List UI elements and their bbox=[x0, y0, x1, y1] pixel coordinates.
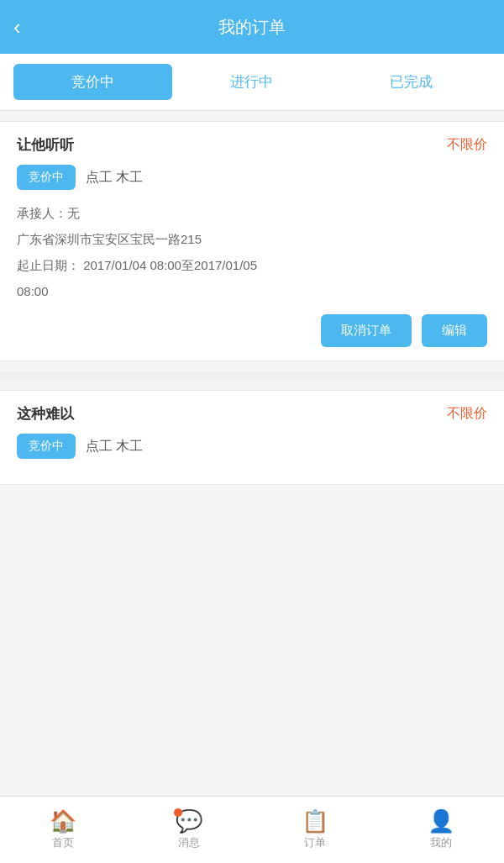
nav-item-profile[interactable]: 👤 我的 bbox=[378, 803, 504, 857]
status-badge-2: 竞价中 bbox=[17, 434, 76, 459]
tab-completed[interactable]: 已完成 bbox=[332, 64, 491, 100]
bottom-nav: 🏠 首页 💬 消息 📋 订单 👤 我的 bbox=[0, 796, 504, 863]
order-date-1: 起止日期： 2017/01/04 08:00至2017/01/05 bbox=[17, 254, 487, 276]
section-divider bbox=[0, 371, 504, 380]
tabs-container: 竞价中 进行中 已完成 bbox=[0, 54, 504, 111]
order-price-1: 不限价 bbox=[447, 136, 487, 154]
nav-label-home: 首页 bbox=[52, 835, 74, 850]
order-card-1: 让他听听 不限价 竞价中 点工 木工 承接人：无 广东省深圳市宝安区宝民一路21… bbox=[0, 121, 504, 361]
nav-item-home[interactable]: 🏠 首页 bbox=[0, 803, 126, 857]
header: ‹ 我的订单 bbox=[0, 0, 504, 54]
order-header-1: 让他听听 不限价 bbox=[17, 135, 487, 155]
nav-label-profile: 我的 bbox=[430, 835, 452, 850]
order-price-2: 不限价 bbox=[447, 405, 487, 423]
order-card-2: 这种难以 不限价 竞价中 点工 木工 bbox=[0, 390, 504, 485]
order-contractor-1: 承接人：无 bbox=[17, 202, 487, 224]
edit-order-button-1[interactable]: 编辑 bbox=[422, 314, 487, 347]
orders-icon: 📋 bbox=[302, 810, 328, 832]
order-status-row-1: 竞价中 点工 木工 bbox=[17, 165, 487, 190]
order-date-cont-1: 08:00 bbox=[17, 280, 487, 303]
order-title-1: 让他听听 bbox=[17, 135, 74, 155]
back-button[interactable]: ‹ bbox=[13, 14, 21, 40]
nav-label-messages: 消息 bbox=[178, 835, 200, 850]
home-icon: 🏠 bbox=[50, 810, 76, 832]
profile-icon: 👤 bbox=[428, 810, 454, 832]
message-badge-dot bbox=[174, 808, 182, 817]
status-badge-1: 竞价中 bbox=[17, 165, 76, 190]
page-title: 我的订单 bbox=[218, 16, 286, 39]
order-type-1: 点工 木工 bbox=[86, 169, 143, 187]
order-title-2: 这种难以 bbox=[17, 404, 74, 424]
tab-bidding[interactable]: 竞价中 bbox=[13, 64, 172, 100]
nav-item-messages[interactable]: 💬 消息 bbox=[126, 803, 252, 857]
order-type-2: 点工 木工 bbox=[86, 438, 143, 455]
order-status-row-2: 竞价中 点工 木工 bbox=[17, 434, 487, 459]
nav-item-orders[interactable]: 📋 订单 bbox=[252, 803, 378, 857]
order-address-1: 广东省深圳市宝安区宝民一路215 bbox=[17, 228, 487, 250]
tab-inprogress[interactable]: 进行中 bbox=[172, 64, 331, 100]
nav-label-orders: 订单 bbox=[304, 835, 326, 850]
message-icon-wrapper: 💬 bbox=[176, 810, 202, 832]
order-header-2: 这种难以 不限价 bbox=[17, 404, 487, 424]
cancel-order-button-1[interactable]: 取消订单 bbox=[321, 314, 412, 347]
order-actions-1: 取消订单 编辑 bbox=[17, 314, 487, 347]
